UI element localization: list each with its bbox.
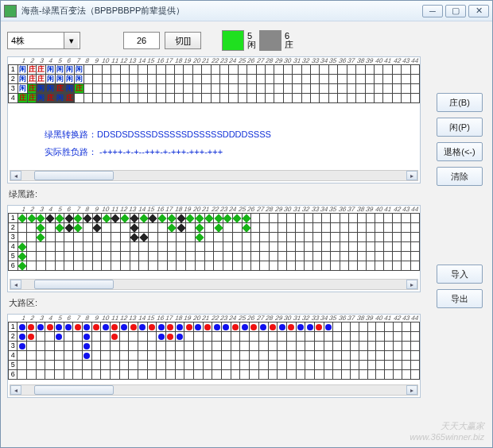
panel-lvhei: 1234567891011121314151617181920212223242… [7,205,421,292]
swatch-green[interactable] [222,30,244,51]
panel-main-grid: 1234567891011121314151617181920212223242… [7,56,421,183]
zhuang-button[interactable]: 庄(B) [437,93,483,112]
side-buttons-bottom: 导入 导出 [437,265,483,308]
xian-button[interactable]: 闲(P) [437,118,483,137]
section-label-dalu: 大路区: [9,297,421,309]
chevron-down-icon[interactable]: ▾ [64,33,78,48]
count-display: 26 [123,32,160,49]
panel-dalu: 1234567891011121314151617181920212223242… [7,314,421,398]
close-button[interactable]: ✕ [468,5,489,17]
dalu-grid: 123456 [8,322,420,380]
content-area: ▾ 26 切[]] 5闲 6庄 123456789101112131415161… [1,21,492,447]
swatch-gray[interactable] [259,30,281,51]
minimize-button[interactable]: ─ [422,5,443,17]
clear-button[interactable]: 清除 [437,167,483,186]
app-window: 海燕-绿黑百变法（BPBPBBPP前辈提供） ─ ▢ ✕ ▾ 26 切[]] 5… [0,0,493,448]
scrollbar-1[interactable]: ◂▸ [10,170,418,181]
toolbar: ▾ 26 切[]] 5闲 6庄 [7,29,421,52]
scrollbar-3[interactable]: ◂▸ [10,384,418,396]
scroll-thumb[interactable] [34,171,114,180]
lvhei-grid: 123456 [8,213,420,271]
combo-input[interactable] [8,33,64,48]
combo-select[interactable]: ▾ [7,32,80,49]
window-title: 海燕-绿黑百变法（BPBPBBPP前辈提供） [21,5,422,17]
section-label-lvhei: 绿黑路: [9,188,421,200]
watermark: 天天大赢家www.365winner.biz [410,420,484,442]
import-button[interactable]: 导入 [437,265,483,284]
titlebar[interactable]: 海燕-绿黑百变法（BPBPBBPP前辈提供） ─ ▢ ✕ [1,1,492,21]
export-button[interactable]: 导出 [437,289,483,308]
app-icon [4,5,17,17]
main-grid: 1闲庄庄闲闲闲闲2闲庄庄闲闲闲闲3闲庄闲闲庄闲庄4庄庄闲庄闲庄 [8,64,420,103]
analysis-text: 绿黑转换路：DDSDSDSSSDSSSSSDSSSSSDDDDSSSS 实际胜负… [45,126,271,160]
cut-button[interactable]: 切[]] [165,32,201,49]
maximize-button[interactable]: ▢ [445,5,466,17]
scrollbar-2[interactable]: ◂▸ [10,279,418,290]
side-buttons-top: 庄(B) 闲(P) 退格(<-) 清除 [437,93,483,186]
back-button[interactable]: 退格(<-) [437,142,483,161]
